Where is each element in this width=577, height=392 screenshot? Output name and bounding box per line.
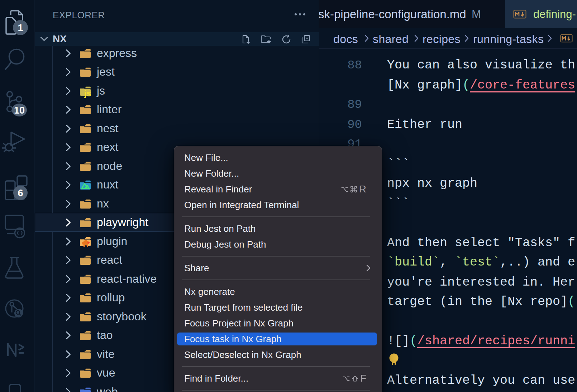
svg-text:1: 1	[18, 23, 23, 33]
svg-text:6: 6	[18, 188, 23, 199]
svg-text:10: 10	[14, 105, 25, 116]
svg-text:js: js	[84, 89, 91, 98]
